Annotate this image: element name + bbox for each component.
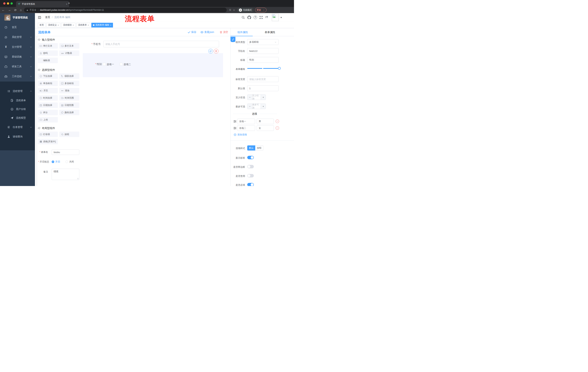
sidebar-item-devtools[interactable]: 研发工具	[0, 62, 35, 71]
style-option-default[interactable]: 默认	[247, 145, 255, 150]
fullscreen-icon[interactable]	[259, 16, 263, 19]
stepper-input[interactable]: 最多可选	[252, 104, 261, 109]
tag-process-form-edit[interactable]: 流程表单-编辑×	[91, 23, 113, 28]
toggle-disabled-switch[interactable]	[247, 174, 254, 177]
tag-home[interactable]: 首页	[38, 23, 45, 28]
slider-handle[interactable]	[278, 67, 281, 70]
component-chip-color-picker[interactable]: 颜色选择	[59, 110, 79, 115]
sidebar-item-infra[interactable]: 基础设施	[0, 52, 35, 61]
component-chip-date-picker[interactable]: 日期选择	[38, 102, 58, 108]
canvas-field-gender-selected[interactable]: *性别 选项一 选项二	[83, 53, 223, 77]
component-chip-time-picker[interactable]: 时间选择	[38, 95, 58, 101]
remove-option-button[interactable]: −	[276, 120, 279, 123]
prop-title-input[interactable]	[247, 57, 279, 63]
component-chip-switch[interactable]: 开关	[38, 88, 58, 93]
component-chip-select[interactable]: 下拉选择	[38, 73, 58, 79]
key-icon[interactable]: ⚿	[229, 9, 231, 11]
option-value-input[interactable]	[257, 125, 274, 131]
back-icon[interactable]: ←	[2, 8, 5, 12]
tab-component-props[interactable]: 组件属性	[237, 31, 248, 34]
drag-handle-icon[interactable]	[233, 127, 237, 130]
forward-icon[interactable]: →	[8, 8, 11, 12]
stepper-input[interactable]: 至少应选	[252, 95, 261, 100]
delete-component-button[interactable]	[214, 49, 219, 53]
component-chip-counter[interactable]: 123 计数器	[59, 50, 79, 56]
toggle-show-switch[interactable]	[247, 156, 254, 159]
prop-field-input[interactable]	[247, 48, 279, 54]
font-size-icon[interactable]: TT	[265, 15, 268, 19]
sidebar-item-workflow[interactable]: 工作流程	[0, 72, 35, 81]
gender-checkbox-1[interactable]	[103, 63, 106, 66]
radio-off-label[interactable]: 关闭	[69, 160, 74, 163]
component-chip-radio-group[interactable]: 单选框组	[38, 81, 58, 86]
search-icon[interactable]	[242, 16, 245, 19]
component-chip-row-container[interactable]: 行容器	[38, 132, 58, 137]
sidebar-item-user-group[interactable]: 用户分组	[0, 105, 35, 114]
tag-process-model[interactable]: 流程模型×	[61, 23, 75, 28]
browser-tab[interactable]: 芋道管理系统 ×	[16, 1, 69, 7]
add-option-button[interactable]: 添加选项	[234, 133, 247, 136]
stepper-decrease-button[interactable]: −	[247, 104, 252, 109]
home-icon[interactable]: ⌂	[20, 8, 22, 12]
new-tab-button[interactable]: +	[68, 1, 70, 5]
sidebar-item-process-model[interactable]: 流程模型	[0, 113, 35, 122]
component-chip-editor[interactable]: 编辑器	[38, 58, 58, 63]
reload-icon[interactable]: ⟳	[14, 8, 17, 12]
breadcrumb-home[interactable]: 首页	[45, 16, 50, 19]
sidebar-item-leave-query[interactable]: 请假查询	[0, 132, 35, 141]
component-chip-cascader[interactable]: 级联选择	[59, 73, 79, 79]
sidebar-collapse-icon[interactable]	[38, 16, 41, 19]
style-option-button[interactable]: 按钮	[255, 145, 263, 150]
security-label[interactable]: 不安全	[30, 9, 36, 12]
prop-grid-slider[interactable]	[247, 67, 279, 70]
option-value-input[interactable]	[257, 119, 274, 124]
stepper-increase-button[interactable]: +	[261, 104, 266, 109]
component-chip-table[interactable]: 表格[开发中]	[38, 139, 58, 144]
window-zoom-button[interactable]	[10, 2, 13, 5]
component-chip-button[interactable]: 按钮	[59, 132, 79, 137]
component-chip-password[interactable]: 密码	[38, 50, 58, 56]
form-remark-textarea[interactable]: 嘿嘿	[52, 169, 79, 180]
gender-checkbox-2[interactable]	[120, 63, 123, 66]
tag-close-icon[interactable]: ×	[110, 24, 111, 26]
radio-off[interactable]	[65, 160, 68, 163]
resize-handle[interactable]	[77, 178, 79, 180]
toggle-border-switch[interactable]	[247, 165, 254, 168]
window-minimize-button[interactable]	[7, 2, 9, 5]
copy-component-button[interactable]	[208, 49, 213, 53]
stepper-decrease-button[interactable]: −	[247, 95, 252, 100]
drag-handle-icon[interactable]	[233, 120, 237, 123]
tab-form-props[interactable]: 表单属性	[265, 31, 275, 34]
help-icon[interactable]: ?	[254, 16, 257, 19]
toggle-required-switch[interactable]	[247, 183, 254, 186]
component-chip-rate[interactable]: 评分	[38, 110, 58, 115]
avatar-caret-icon[interactable]: ▼	[280, 16, 282, 19]
window-close-button[interactable]	[3, 2, 5, 5]
sidebar-item-home[interactable]: 首页	[0, 23, 35, 32]
tag-process-definition[interactable]: 流程定义×	[46, 23, 60, 28]
radio-on[interactable]	[52, 160, 54, 163]
avatar[interactable]	[272, 14, 279, 21]
tag-process-form[interactable]: 流程表单×	[76, 23, 90, 28]
component-chip-date-range[interactable]: 日期范围	[59, 102, 79, 108]
tab-close-icon[interactable]: ×	[66, 3, 67, 5]
prop-labelw-input[interactable]	[247, 76, 279, 82]
sidebar-item-task-mgmt[interactable]: 任务管理	[0, 123, 35, 132]
form-name-input[interactable]	[52, 149, 79, 155]
component-chip-upload[interactable]: 上传	[38, 117, 58, 122]
prop-type-select[interactable]: 多选框组	[247, 39, 279, 45]
component-chip-multi-text[interactable]: 多行文本	[59, 43, 79, 49]
option-label-input[interactable]	[237, 125, 255, 131]
phone-input[interactable]	[103, 41, 219, 47]
tag-close-icon[interactable]: ×	[58, 24, 59, 26]
view-json-button[interactable]: 查看json	[200, 31, 214, 34]
radio-on-label[interactable]: 开启	[55, 160, 60, 163]
gender-option-1-label[interactable]: 选项一	[107, 63, 114, 66]
sidebar-item-process-form[interactable]: 流程表单	[0, 96, 35, 105]
github-icon[interactable]	[247, 16, 251, 19]
component-chip-time-range[interactable]: 时间范围	[59, 95, 79, 101]
bookmark-star-icon[interactable]: ☆	[233, 9, 235, 11]
prop-default-input[interactable]	[247, 85, 279, 91]
stepper-increase-button[interactable]: +	[261, 95, 266, 100]
component-chip-checkbox-group[interactable]: 多选框组	[59, 81, 79, 86]
